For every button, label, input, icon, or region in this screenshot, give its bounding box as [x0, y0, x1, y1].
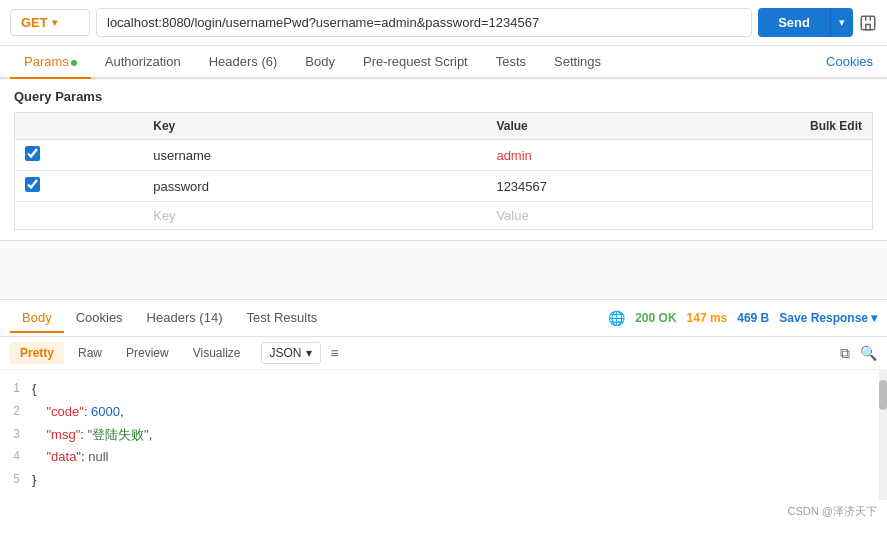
method-label: GET: [21, 15, 48, 30]
query-params-title: Query Params: [14, 89, 873, 104]
request-tabs: Params Authorization Headers (6) Body Pr…: [0, 46, 887, 79]
json-line: 3 "msg": "登陆失败",: [0, 424, 887, 447]
line-number: 4: [0, 447, 32, 468]
empty-row: Key Value: [15, 202, 873, 230]
row1-value-cell: admin: [486, 140, 872, 171]
status-time: 147 ms: [687, 311, 728, 325]
empty-key-cell: Key: [143, 202, 486, 230]
json-line: 5 }: [0, 469, 887, 492]
fmt-tab-raw[interactable]: Raw: [68, 342, 112, 364]
line-number: 5: [0, 470, 32, 491]
resp-tab-body[interactable]: Body: [10, 304, 64, 333]
row1-checkbox[interactable]: [25, 146, 40, 161]
resp-tab-cookies[interactable]: Cookies: [64, 304, 135, 333]
json-line: 4 "data": null: [0, 446, 887, 469]
row2-checkbox[interactable]: [25, 177, 40, 192]
status-code: 200 OK: [635, 311, 676, 325]
tab-body[interactable]: Body: [291, 46, 349, 79]
table-row: username admin: [15, 140, 873, 171]
row2-value-cell: 1234567: [486, 171, 872, 202]
fmt-tab-preview[interactable]: Preview: [116, 342, 179, 364]
response-tabs: Body Cookies Headers (14) Test Results 🌐…: [0, 300, 887, 337]
cookies-button[interactable]: Cookies: [822, 46, 877, 77]
check-column-header: [15, 113, 144, 140]
fmt-tab-pretty[interactable]: Pretty: [10, 342, 64, 364]
format-select[interactable]: JSON ▾: [261, 342, 321, 364]
scrollbar-track[interactable]: [879, 370, 887, 500]
tab-tests[interactable]: Tests: [482, 46, 540, 79]
globe-icon: 🌐: [608, 310, 625, 326]
format-bar: Pretty Raw Preview Visualize JSON ▾ ≡ ⧉ …: [0, 337, 887, 370]
json-line: 2 "code": 6000,: [0, 401, 887, 424]
response-status: 🌐 200 OK 147 ms 469 B Save Response ▾: [608, 310, 877, 326]
save-response-button[interactable]: Save Response ▾: [779, 311, 877, 325]
resp-tab-test-results[interactable]: Test Results: [234, 304, 329, 333]
line-number: 2: [0, 402, 32, 423]
row1-key-cell: username: [143, 140, 486, 171]
value-column-header: Value Bulk Edit: [486, 113, 872, 140]
tab-settings[interactable]: Settings: [540, 46, 615, 79]
key-column-header: Key: [143, 113, 486, 140]
tab-params[interactable]: Params: [10, 46, 91, 79]
status-size: 469 B: [737, 311, 769, 325]
query-params-section: Query Params Key Value Bulk Edit usern: [0, 79, 887, 240]
row2-check-cell: [15, 171, 144, 202]
table-row: password 1234567: [15, 171, 873, 202]
row1-check-cell: [15, 140, 144, 171]
tab-prerequest[interactable]: Pre-request Script: [349, 46, 482, 79]
params-table: Key Value Bulk Edit username admin: [14, 112, 873, 230]
empty-value-cell: Value: [486, 202, 872, 230]
save-icon[interactable]: [859, 14, 877, 32]
tab-headers[interactable]: Headers (6): [195, 46, 292, 79]
fmt-tab-visualize[interactable]: Visualize: [183, 342, 251, 364]
empty-check-cell: [15, 202, 144, 230]
url-input[interactable]: [96, 8, 752, 37]
url-bar: GET ▾ Send ▾: [0, 0, 887, 46]
send-dropdown-button[interactable]: ▾: [830, 8, 853, 37]
json-output-area: 1 { 2 "code": 6000, 3 "msg": "登陆失败", 4 "…: [0, 370, 887, 500]
svg-rect-3: [866, 24, 871, 29]
watermark: CSDN @泽济天下: [0, 500, 887, 523]
search-icon[interactable]: 🔍: [860, 345, 877, 361]
line-number: 3: [0, 425, 32, 446]
json-output: 1 { 2 "code": 6000, 3 "msg": "登陆失败", 4 "…: [0, 370, 887, 500]
method-dropdown-icon: ▾: [52, 17, 57, 28]
bulk-edit-button[interactable]: Bulk Edit: [810, 119, 862, 133]
json-line: 1 {: [0, 378, 887, 401]
line-number: 1: [0, 379, 32, 400]
filter-icon[interactable]: ≡: [331, 345, 339, 361]
scrollbar-thumb[interactable]: [879, 380, 887, 410]
copy-icon[interactable]: ⧉: [840, 345, 850, 362]
tab-authorization[interactable]: Authorization: [91, 46, 195, 79]
row2-key-cell: password: [143, 171, 486, 202]
send-button-group: Send ▾: [758, 8, 853, 37]
save-response-dropdown-icon: ▾: [871, 311, 877, 325]
svg-rect-0: [861, 16, 875, 30]
method-select[interactable]: GET ▾: [10, 9, 90, 36]
resp-tab-headers[interactable]: Headers (14): [135, 304, 235, 333]
format-dropdown-icon: ▾: [306, 346, 312, 360]
send-button[interactable]: Send: [758, 8, 830, 37]
spacer: [0, 240, 887, 300]
